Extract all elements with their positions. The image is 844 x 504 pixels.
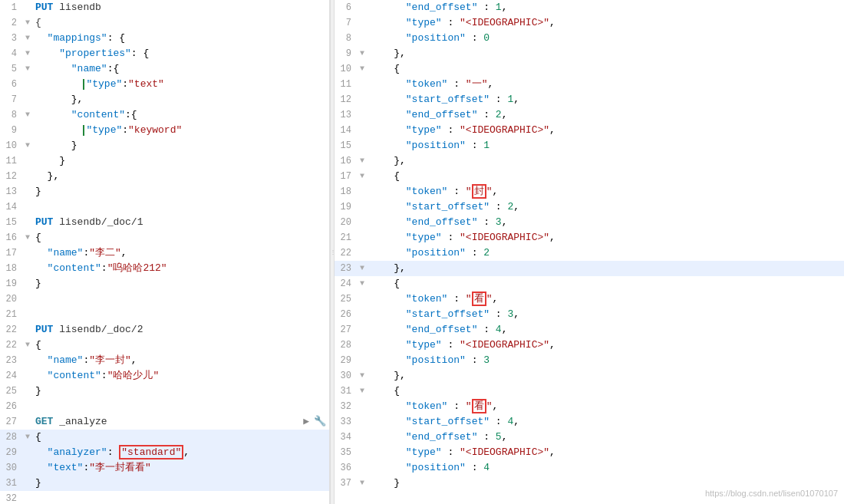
fold-button[interactable]: ▼ [23, 61, 32, 77]
line-number: 17 [335, 169, 358, 184]
line-number: 9 [0, 123, 23, 138]
fold-button[interactable]: ▼ [23, 46, 32, 61]
code-line: 17 "name":"李二", [0, 245, 329, 261]
code-content: "content":"哈哈少儿" [32, 368, 329, 384]
line-number: 30 [0, 460, 23, 476]
code-content: "start_offset" : 2, [367, 199, 844, 215]
fold-button[interactable] [23, 445, 32, 460]
line-number: 31 [0, 476, 23, 491]
line-number: 25 [0, 384, 23, 399]
line-number: 10 [335, 61, 358, 77]
code-line-highlighted: 23 ▼ }, [335, 261, 844, 276]
code-line: 21 [0, 307, 329, 322]
line-number: 13 [0, 184, 23, 199]
code-line: 30 ▼ }, [335, 368, 844, 384]
fold-button[interactable]: ▼ [358, 46, 367, 61]
fold-button[interactable]: ▼ [358, 476, 367, 491]
fold-button[interactable] [23, 123, 32, 138]
code-content: "token" : "看", [367, 399, 844, 414]
line-number: 8 [0, 107, 23, 123]
fold-button[interactable] [23, 184, 32, 199]
fold-button[interactable]: ▼ [23, 138, 32, 153]
fold-button[interactable] [23, 92, 32, 107]
line-number: 7 [335, 15, 358, 31]
code-content: "position" : 2 [367, 245, 844, 261]
fold-button[interactable] [23, 414, 32, 430]
fold-button[interactable] [23, 368, 32, 384]
code-content: "start_offset" : 4, [367, 414, 844, 430]
code-line: 32 "token" : "看", [335, 399, 844, 414]
code-content: { [32, 230, 329, 245]
line-number: 4 [0, 46, 23, 61]
code-content: "token" : "看", [367, 292, 844, 307]
fold-button[interactable]: ▼ [358, 261, 367, 276]
fold-button[interactable] [23, 353, 32, 368]
fold-button[interactable]: ▼ [358, 276, 367, 292]
line-number: 22 [335, 245, 358, 261]
fold-button [23, 199, 32, 215]
fold-button[interactable] [23, 476, 32, 491]
code-line: 1 PUT lisendb [0, 0, 329, 15]
code-content: "type" : "<IDEOGRAPHIC>", [367, 123, 844, 138]
code-line: 8 "position" : 0 [335, 31, 844, 46]
wrench-icon[interactable]: 🔧 [314, 414, 326, 430]
code-content: }, [32, 92, 329, 107]
fold-button[interactable] [23, 77, 32, 92]
code-line: 25 "token" : "看", [335, 292, 844, 307]
fold-button[interactable]: ▼ [23, 430, 32, 445]
fold-button[interactable] [23, 261, 32, 276]
fold-button[interactable]: ▼ [23, 107, 32, 123]
fold-button[interactable]: ▼ [358, 61, 367, 77]
fold-button[interactable]: ▼ [23, 338, 32, 353]
line-number: 18 [0, 261, 23, 276]
code-content: { [32, 15, 329, 31]
code-content: }, [367, 261, 844, 276]
fold-button[interactable]: ▼ [23, 15, 32, 31]
line-number: 21 [0, 307, 23, 322]
fold-button[interactable]: ▼ [358, 368, 367, 384]
fold-button [23, 307, 32, 322]
fold-button [358, 399, 367, 414]
run-icon[interactable]: ▶ [303, 414, 309, 430]
left-panel: 1 PUT lisendb 2 ▼ { 3 ▼ "mappings": { 4 … [0, 0, 330, 504]
line-number: 35 [335, 445, 358, 460]
code-content: } [32, 138, 329, 153]
line-number: 23 [335, 261, 358, 276]
code-line: 16 ▼ { [0, 230, 329, 245]
line-number: 27 [335, 322, 358, 338]
action-icons: ▶ 🔧 [303, 414, 329, 430]
fold-button[interactable]: ▼ [23, 31, 32, 46]
line-number: 31 [335, 384, 358, 399]
line-number: 19 [0, 276, 23, 292]
fold-button[interactable] [23, 460, 32, 476]
code-line: 22 PUT lisendb/_doc/2 [0, 322, 329, 338]
fold-button[interactable]: ▼ [358, 153, 367, 169]
code-line: 33 "start_offset" : 4, [335, 414, 844, 430]
code-line: 28 "type" : "<IDEOGRAPHIC>", [335, 338, 844, 353]
fold-button [358, 460, 367, 476]
code-content: "position" : 3 [367, 353, 844, 368]
fold-button [358, 414, 367, 430]
code-line: 20 [0, 292, 329, 307]
line-number: 24 [0, 368, 23, 384]
line-number: 12 [335, 92, 358, 107]
fold-button[interactable] [23, 153, 32, 169]
code-content: "end_offset" : 1, [367, 0, 844, 15]
code-line: 8 ▼ "content":{ [0, 107, 329, 123]
fold-button[interactable] [23, 169, 32, 184]
fold-button[interactable] [23, 322, 32, 338]
fold-button[interactable]: ▼ [358, 169, 367, 184]
fold-button [358, 0, 367, 15]
fold-button[interactable] [23, 245, 32, 261]
fold-button[interactable]: ▼ [23, 230, 32, 245]
code-line: 23 "name":"李一封", [0, 353, 329, 368]
fold-button[interactable] [23, 276, 32, 292]
fold-button[interactable]: ▼ [358, 384, 367, 399]
fold-button[interactable] [23, 384, 32, 399]
line-number: 20 [335, 215, 358, 230]
code-content: "content":"呜哈哈212" [32, 261, 329, 276]
code-content: "start_offset" : 3, [367, 307, 844, 322]
fold-button[interactable] [23, 0, 32, 15]
code-line: 16 ▼ }, [335, 153, 844, 169]
fold-button[interactable] [23, 215, 32, 230]
